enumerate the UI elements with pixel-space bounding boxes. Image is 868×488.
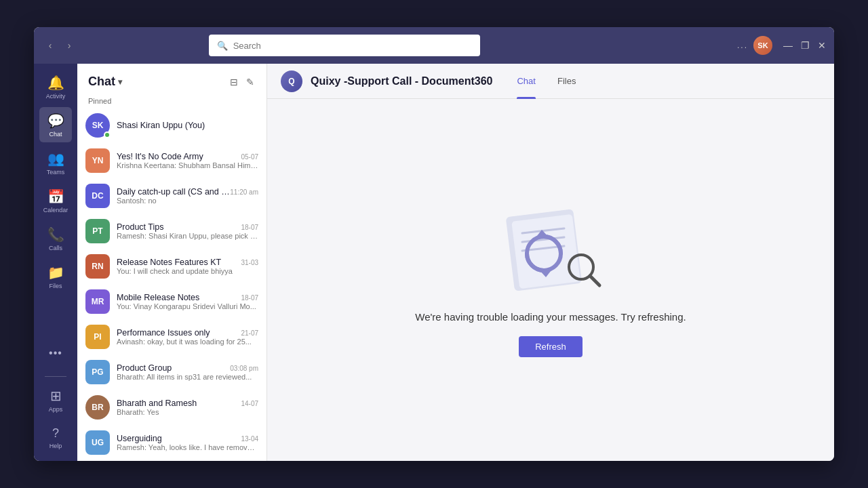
apps-icon: ⊞ <box>50 388 62 404</box>
sidebar-label-activity: Activity <box>46 93 66 100</box>
chat-name: Yes! It's No Code Army <box>117 152 203 161</box>
error-message: We're having trouble loading your messag… <box>415 311 686 323</box>
filter-button[interactable]: ⊟ <box>229 75 239 89</box>
chat-time: 18-07 <box>241 224 258 231</box>
chat-preview: Avinash: okay, but it was loading for 25… <box>117 338 258 346</box>
tab-files[interactable]: Files <box>547 64 587 99</box>
chat-name: Bharath and Ramesh <box>117 399 197 408</box>
compose-button[interactable]: ✎ <box>245 75 256 89</box>
chat-time: 11:20 am <box>230 188 258 196</box>
teams-icon: 👥 <box>47 150 64 167</box>
channel-title: Quixy -Support Call - Document360 <box>311 75 492 87</box>
list-item[interactable]: BR Bharath and Ramesh 14-07 Bharath: Yes <box>77 390 267 425</box>
sidebar-label-teams: Teams <box>47 169 65 176</box>
sidebar-label-chat: Chat <box>49 131 62 138</box>
chat-avatar: PI <box>85 325 110 349</box>
chat-name-row: Daily catch-up call (CS and P... 11:20 a… <box>117 187 258 197</box>
titlebar-dots: ... <box>737 41 748 50</box>
user-avatar[interactable]: SK <box>753 36 772 55</box>
chat-preview: Bharath: All items in sp31 are reviewed.… <box>117 373 258 381</box>
refresh-button[interactable]: Refresh <box>519 336 583 357</box>
maximize-button[interactable]: ❐ <box>801 40 810 51</box>
chat-name: Shasi Kiran Uppu (You) <box>117 121 205 130</box>
sidebar-item-files[interactable]: 📁 Files <box>39 259 72 294</box>
chat-info: Yes! It's No Code Army 05-07 Krishna Kee… <box>117 152 258 169</box>
chat-info: Shasi Kiran Uppu (You) <box>117 121 258 130</box>
app-window: ‹ › 🔍 ... SK — ❐ ✕ 🔔 Activity 💬 <box>34 27 834 461</box>
sidebar-item-activity[interactable]: 🔔 Activity <box>39 69 72 104</box>
sidebar-label-files: Files <box>49 283 62 289</box>
chat-info: Userguiding 13-04 Ramesh: Yeah, looks li… <box>117 434 258 451</box>
error-illustration: We're having trouble loading your messag… <box>415 203 686 357</box>
channel-tabs: Chat Files <box>506 64 587 99</box>
list-item[interactable]: DC Daily catch-up call (CS and P... 11:2… <box>77 178 267 214</box>
search-icon: 🔍 <box>217 41 228 51</box>
list-item[interactable]: UG Userguiding 13-04 Ramesh: Yeah, looks… <box>77 425 267 460</box>
close-button[interactable]: ✕ <box>818 40 826 51</box>
list-item[interactable]: G2 G2 Review In Platform Feature 06-05 R… <box>77 460 267 461</box>
list-item[interactable]: YN Yes! It's No Code Army 05-07 Krishna … <box>77 143 267 178</box>
chat-name-row: Bharath and Ramesh 14-07 <box>117 399 258 408</box>
chat-preview: You: Vinay Kongarapu Sridevi Valluri Mo.… <box>117 302 258 310</box>
chat-preview: Ramesh: Shasi Kiran Uppu, please pick fe… <box>117 232 258 240</box>
tab-chat[interactable]: Chat <box>506 64 546 99</box>
search-input[interactable] <box>233 41 472 51</box>
sidebar-item-calls[interactable]: 📞 Calls <box>39 221 72 256</box>
list-item[interactable]: MR Mobile Release Notes 18-07 You: Vinay… <box>77 284 267 319</box>
chat-time: 03:08 pm <box>230 365 258 372</box>
sidebar-item-more[interactable]: ••• <box>39 336 72 371</box>
chat-list-panel: Chat ▾ ⊟ ✎ Pinned SK Shasi Kiran Uppu (Y… <box>77 64 267 461</box>
chat-items: SK Shasi Kiran Uppu (You) YN Yes! It's N… <box>77 108 267 461</box>
sidebar-item-calendar[interactable]: 📅 Calendar <box>39 183 72 218</box>
minimize-button[interactable]: — <box>783 40 793 51</box>
chat-list-header: Chat ▾ ⊟ ✎ <box>77 64 267 94</box>
list-item[interactable]: PT Product Tips 18-07 Ramesh: Shasi Kira… <box>77 214 267 249</box>
sidebar-item-apps[interactable]: ⊞ Apps <box>39 382 72 418</box>
chat-avatar: SK <box>85 113 110 138</box>
app-body: 🔔 Activity 💬 Chat 👥 Teams 📅 Calendar 📞 C… <box>34 64 834 461</box>
search-bar[interactable]: 🔍 <box>209 35 480 56</box>
sidebar-label-calls: Calls <box>49 245 62 251</box>
chat-name: Userguiding <box>117 434 162 443</box>
chat-name-row: Performance Issues only 21-07 <box>117 328 258 338</box>
more-icon: ••• <box>49 347 62 359</box>
main-body: We're having trouble loading your messag… <box>267 99 834 461</box>
calls-icon: 📞 <box>47 226 64 243</box>
chat-panel-title[interactable]: Chat ▾ <box>88 75 122 89</box>
chat-avatar: YN <box>85 148 110 173</box>
chat-icon: 💬 <box>47 113 64 129</box>
chat-name: Performance Issues only <box>117 328 210 338</box>
chat-time: 31-03 <box>241 259 258 266</box>
chat-name: Mobile Release Notes <box>117 293 199 302</box>
list-item[interactable]: PG Product Group 03:08 pm Bharath: All i… <box>77 354 267 390</box>
nav-buttons: ‹ › <box>42 37 77 54</box>
window-controls: — ❐ ✕ <box>783 40 826 51</box>
sidebar-item-chat[interactable]: 💬 Chat <box>39 107 72 142</box>
chat-name-row: Userguiding 13-04 <box>117 434 258 443</box>
chat-info: Bharath and Ramesh 14-07 Bharath: Yes <box>117 399 258 416</box>
chat-name-row: Release Notes Features KT 31-03 <box>117 258 258 267</box>
sidebar: 🔔 Activity 💬 Chat 👥 Teams 📅 Calendar 📞 C… <box>34 64 77 461</box>
chat-name-row: Mobile Release Notes 18-07 <box>117 293 258 302</box>
chat-preview: Ramesh: Yeah, looks like. I have removed… <box>117 443 258 451</box>
chat-avatar: BR <box>85 395 110 420</box>
chat-info: Mobile Release Notes 18-07 You: Vinay Ko… <box>117 293 258 310</box>
sidebar-divider <box>45 376 66 377</box>
chat-name: Daily catch-up call (CS and P... <box>117 187 230 197</box>
sidebar-item-help[interactable]: ? Help <box>39 420 72 455</box>
sidebar-item-teams[interactable]: 👥 Teams <box>39 145 72 180</box>
list-item[interactable]: SK Shasi Kiran Uppu (You) <box>77 108 267 143</box>
chat-time: 05-07 <box>241 153 258 161</box>
chat-avatar: UG <box>85 430 110 455</box>
chat-name: Product Tips <box>117 222 163 232</box>
list-item[interactable]: RN Release Notes Features KT 31-03 You: … <box>77 249 267 284</box>
chat-info: Daily catch-up call (CS and P... 11:20 a… <box>117 187 258 205</box>
list-item[interactable]: PI Performance Issues only 21-07 Avinash… <box>77 319 267 354</box>
chat-info: Release Notes Features KT 31-03 You: I w… <box>117 258 258 275</box>
forward-button[interactable]: › <box>61 37 77 54</box>
chat-name: Release Notes Features KT <box>117 258 221 267</box>
back-button[interactable]: ‹ <box>42 37 58 54</box>
chat-time: 18-07 <box>241 294 258 302</box>
main-content: Q Quixy -Support Call - Document360 Chat… <box>267 64 834 461</box>
chat-info: Product Group 03:08 pm Bharath: All item… <box>117 363 258 381</box>
